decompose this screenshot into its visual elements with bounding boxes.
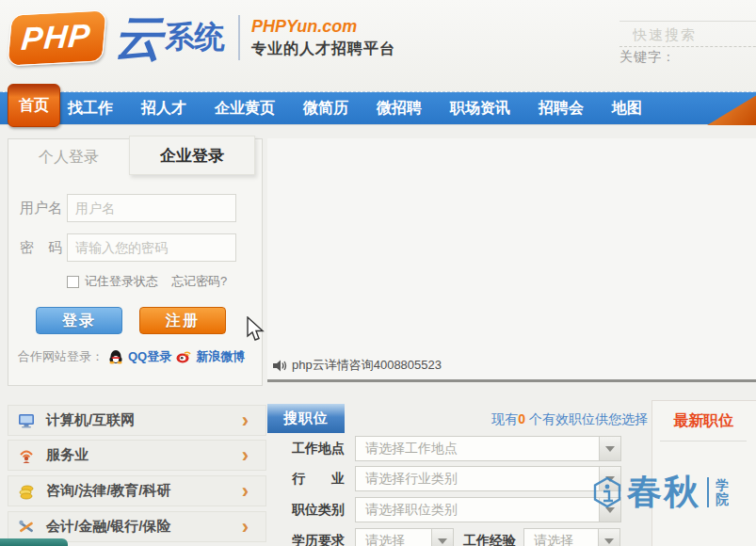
nav-item-map[interactable]: 地图 [612,99,642,119]
location-select[interactable]: 请选择工作地点 [355,436,621,461]
experience-select[interactable]: 请选择 [523,528,620,546]
partner-login-label: 合作网站登录： [18,348,104,365]
nav-item-recruit[interactable]: 招人才 [141,99,186,119]
chevron-down-icon [605,507,615,513]
category-label: 计算机/互联网 [46,411,135,429]
nav-item-home[interactable]: 首页 [8,84,60,127]
chevron-down-icon [604,538,614,544]
consulting-icon [18,483,35,500]
phpyun-homepage: PHP 云 系统 PHPYun.com 专业的人才招聘平台 关键字： 首页 找工… [0,0,756,546]
category-row-service[interactable]: 服务业 › [8,440,266,471]
qq-login-link[interactable]: QQ登录 [128,348,171,365]
login-button[interactable]: 登录 [36,307,122,334]
password-label: 密 码 [20,239,62,257]
location-select-value: 请选择工作地点 [356,441,599,458]
username-label: 用户名 [20,200,62,217]
dropdown-button[interactable] [431,529,453,546]
banner-area: php云详情咨询4008805523 [267,138,756,382]
main-navbar: 首页 找工作 招人才 企业黄页 微简历 微招聘 职场资讯 招聘会 地图 [0,92,756,125]
location-label: 工作地点 [292,441,350,458]
weibo-login-link[interactable]: 新浪微博 [196,348,245,365]
dropdown-button[interactable] [598,529,619,546]
category-label: 咨询/法律/教育/科研 [46,482,171,500]
weibo-icon [176,349,191,364]
qq-icon [108,349,123,364]
category-row: 职位类别 请选择职位类别 [267,497,651,522]
category-label: 服务业 [46,446,88,464]
dropdown-button[interactable] [599,498,620,522]
logo-divider [238,15,240,60]
chevron-down-icon [438,538,447,544]
industry-select-value: 请选择行业类别 [356,471,599,488]
site-text-block: PHPYun.com 专业的人才招聘平台 [251,17,395,59]
education-experience-row: 学历要求 请选择 工作经验 请选择 [267,528,651,546]
experience-select-value: 请选择 [524,533,598,546]
teal-corner-decoration [0,538,68,546]
partner-login-row: 合作网站登录： QQ登录 新浪微博 [18,348,245,365]
education-select-value: 请选择 [356,533,431,546]
navbar-corner-decoration [707,92,756,125]
remember-label: 记住登录状态 [85,273,158,290]
service-icon [18,447,35,464]
nav-item-job-fair[interactable]: 招聘会 [539,99,584,119]
username-field[interactable] [67,194,236,222]
chevron-right-icon: › [242,407,249,435]
location-row: 工作地点 请选择工作地点 [267,436,651,461]
education-label: 学历要求 [292,533,350,546]
computer-icon [18,412,35,429]
category-label: 会计/金融/银行/保险 [46,518,171,536]
experience-label: 工作经验 [463,533,522,546]
nav-items: 找工作 招人才 企业黄页 微简历 微招聘 职场资讯 招聘会 地图 [68,92,642,125]
count-prefix: 现有 [491,411,518,426]
dropdown-button[interactable] [599,467,620,490]
register-button[interactable]: 注册 [139,307,226,334]
page-header: PHP 云 系统 PHPYun.com 专业的人才招聘平台 关键字： [0,0,756,92]
nav-item-find-job[interactable]: 找工作 [68,99,113,119]
chevron-right-icon: › [242,442,249,470]
dropdown-button[interactable] [599,437,620,460]
category-row-consulting[interactable]: 咨询/法律/教育/科研 › [8,475,266,506]
chevron-right-icon: › [242,513,249,541]
nav-item-company-pages[interactable]: 企业黄页 [215,99,275,119]
announcement-bar: php云详情咨询4008805523 [273,357,442,374]
chevron-right-icon: › [242,477,249,506]
logo-xitong-text: 系统 [165,17,225,58]
industry-row: 行 业 请选择行业类别 [267,466,651,491]
finance-icon [18,519,35,536]
education-select[interactable]: 请选择 [355,528,454,546]
category-row-computer[interactable]: 计算机/互联网 › [8,405,266,436]
nav-item-micro-recruit[interactable]: 微招聘 [377,99,422,119]
count-suffix: 个有效职位供您选择 [525,411,648,426]
tab-enterprise-login[interactable]: 企业登录 [129,136,255,175]
login-tabs: 个人登录 企业登录 [8,139,262,175]
chevron-down-icon [605,446,615,452]
nav-item-career-news[interactable]: 职场资讯 [450,99,510,119]
count-value: 0 [518,411,525,426]
announcement-text: php云详情咨询4008805523 [292,357,442,374]
job-search-section: 搜职位 现有0 个有效职位供您选择 工作地点 请选择工作地点 行 业 请选择行业… [267,400,651,546]
job-category-select-value: 请选择职位类别 [356,502,599,519]
login-panel: 个人登录 企业登录 用户名 密 码 记住登录状态 忘记密码? 登录 注册 合作网… [8,138,263,386]
forgot-password-link[interactable]: 忘记密码? [171,273,227,290]
site-domain-name: PHPYun.com [251,17,395,37]
industry-select[interactable]: 请选择行业类别 [355,466,621,491]
logo-yun-char: 云 [114,9,163,66]
site-logo: PHP 云 系统 PHPYun.com 专业的人才招聘平台 [9,9,395,66]
quick-search-input[interactable] [619,21,756,47]
password-field[interactable] [67,233,236,262]
latest-jobs-panel: 最新职位 [651,400,756,546]
job-count-line: 现有0 个有效职位供您选择 [491,411,648,428]
nav-item-micro-resume[interactable]: 微简历 [303,99,348,119]
keyword-label: 关键字： [619,49,676,66]
industry-label: 行 业 [292,471,350,488]
remember-checkbox[interactable] [67,276,79,288]
search-jobs-tab[interactable]: 搜职位 [267,404,345,433]
site-tagline: 专业的人才招聘平台 [251,40,395,59]
latest-jobs-title: 最新职位 [660,411,747,442]
job-category-select[interactable]: 请选择职位类别 [355,497,621,522]
php-logo-badge: PHP [7,9,106,66]
job-category-label: 职位类别 [292,502,350,519]
remember-row: 记住登录状态 忘记密码? [67,273,227,290]
tab-personal-login[interactable]: 个人登录 [8,139,129,175]
speaker-icon [273,360,287,372]
